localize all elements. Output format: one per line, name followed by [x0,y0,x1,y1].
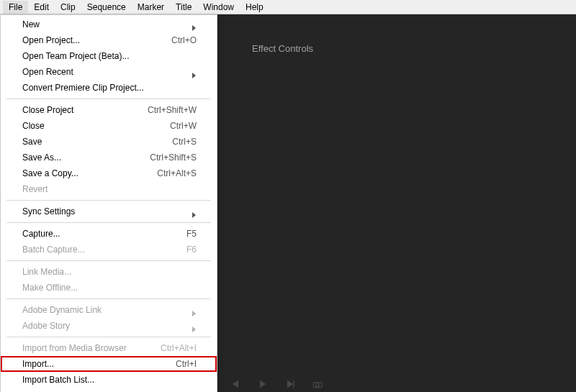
menu-item-shortcut: Ctrl+W [170,120,197,132]
menu-separator [6,200,211,201]
menubar-item-sequence[interactable]: Sequence [81,1,132,14]
menu-item-label: Link Media... [22,266,197,278]
menu-item-label: Capture... [22,228,172,240]
menubar-item-marker[interactable]: Marker [132,1,170,14]
menu-item-label: Open Team Project (Beta)... [22,50,197,62]
menubar-item-window[interactable]: Window [197,1,240,14]
menu-item-open-team-project-beta[interactable]: Open Team Project (Beta)... [1,48,217,64]
menu-item-label: Close Project [22,104,133,116]
menubar-item-clip[interactable]: Clip [55,1,81,14]
menu-item-save-a-copy[interactable]: Save a Copy...Ctrl+Alt+S [1,165,217,181]
menu-item-close[interactable]: CloseCtrl+W [1,118,217,134]
svg-rect-0 [293,380,294,388]
menu-item-shortcut: Ctrl+Shift+W [148,104,197,116]
submenu-arrow-icon [192,22,197,27]
menubar-item-edit[interactable]: Edit [28,1,55,14]
menubar-item-title[interactable]: Title [170,1,197,14]
menu-item-shortcut: Ctrl+I [176,358,197,370]
menu-separator [6,298,211,299]
menu-item-label: Save As... [22,152,135,163]
menu-item-import-from-media-browser: Import from Media BrowserCtrl+Alt+I [1,340,217,356]
svg-point-2 [316,383,320,387]
menu-separator [6,260,211,261]
transport-controls [230,379,323,389]
menu-item-label: New [22,19,178,30]
submenu-arrow-icon [192,324,197,328]
menu-item-label: Revert [22,183,197,195]
menu-item-label: Import Batch List... [22,374,197,386]
menu-item-label: Import from Media Browser [22,342,146,354]
menu-item-label: Import... [22,358,161,370]
play-icon [258,379,268,389]
menu-item-make-offline: Make Offline... [1,280,217,296]
menu-item-import-recent-file[interactable]: Import Recent File [1,388,217,392]
menu-item-link-media: Link Media... [1,264,217,280]
menu-item-label: Make Offline... [22,282,197,293]
prev-frame-icon [230,379,240,389]
menu-item-label: Open Project... [22,35,157,46]
menu-item-shortcut: Ctrl+Alt+I [161,342,197,354]
menu-item-shortcut: F5 [186,228,197,240]
menu-item-shortcut: F6 [186,244,197,255]
menu-item-label: Close [22,120,156,132]
menubar-item-file[interactable]: File [3,1,28,14]
menu-item-label: Save a Copy... [22,168,143,179]
menu-item-label: Save [22,136,158,147]
camera-icon [312,379,323,389]
menu-item-open-project[interactable]: Open Project...Ctrl+O [1,32,217,48]
menu-item-adobe-dynamic-link: Adobe Dynamic Link [1,302,217,318]
menu-item-import[interactable]: Import...Ctrl+I [1,356,217,372]
submenu-arrow-icon [192,209,197,214]
menu-item-new[interactable]: New [1,17,217,32]
menu-item-close-project[interactable]: Close ProjectCtrl+Shift+W [1,102,217,118]
menu-item-open-recent[interactable]: Open Recent [1,64,217,80]
menu-item-label: Open Recent [22,66,178,78]
menu-item-label: Batch Capture... [22,244,172,255]
menubar-item-help[interactable]: Help [240,1,269,14]
menu-item-batch-capture: Batch Capture...F6 [1,242,217,257]
menu-item-capture[interactable]: Capture...F5 [1,226,217,242]
menu-item-label: Sync Settings [22,206,178,217]
menu-item-save-as[interactable]: Save As...Ctrl+Shift+S [1,150,217,165]
menu-item-shortcut: Ctrl+O [171,35,197,46]
submenu-arrow-icon [192,308,197,312]
menu-separator [6,337,211,337]
file-menu-dropdown: NewOpen Project...Ctrl+OOpen Team Projec… [0,14,217,392]
menu-separator [6,99,211,99]
submenu-arrow-icon [192,70,197,74]
menu-item-shortcut: Ctrl+Shift+S [150,152,197,163]
menu-separator [6,222,211,223]
menu-item-shortcut: Ctrl+S [172,136,197,147]
menu-item-save[interactable]: SaveCtrl+S [1,134,217,150]
menu-item-sync-settings[interactable]: Sync Settings [1,204,217,219]
menu-item-convert-premiere-clip-project[interactable]: Convert Premiere Clip Project... [1,80,217,96]
menu-item-label: Convert Premiere Clip Project... [22,82,197,94]
effect-controls-panel-label[interactable]: Effect Controls [252,43,313,54]
menubar: FileEditClipSequenceMarkerTitleWindowHel… [0,0,576,14]
menu-item-label: Adobe Story [22,320,178,332]
next-frame-icon [285,379,295,389]
menu-item-adobe-story: Adobe Story [1,318,217,334]
menu-item-import-batch-list[interactable]: Import Batch List... [1,372,217,388]
menu-item-revert: Revert [1,181,217,197]
menu-item-label: Adobe Dynamic Link [22,304,178,316]
menu-item-shortcut: Ctrl+Alt+S [157,168,197,179]
